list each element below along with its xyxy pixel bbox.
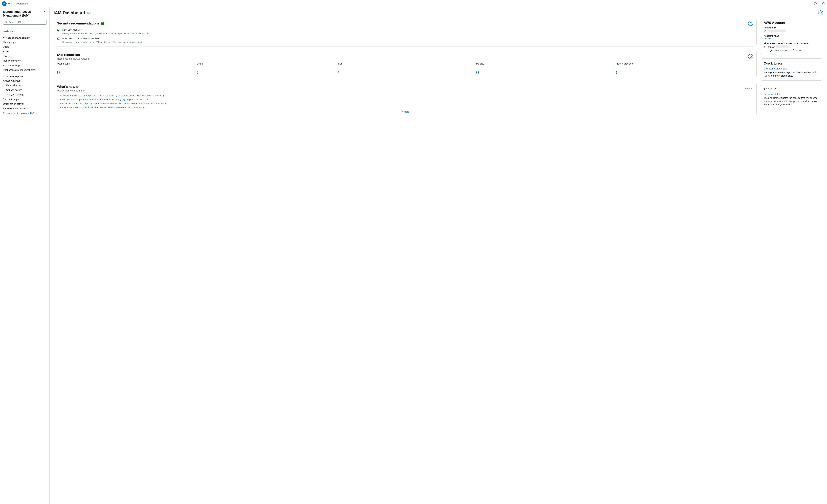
new-badge: New — [31, 69, 35, 71]
chevron-double-down-icon — [401, 111, 403, 113]
svg-line-13 — [774, 88, 775, 89]
new-badge: New — [30, 112, 34, 114]
copy-icon[interactable] — [764, 46, 766, 49]
search-icon — [5, 21, 7, 23]
refresh-page-button[interactable] — [818, 10, 823, 15]
nav-section-label: Access reports — [6, 75, 23, 78]
menu-icon — [3, 2, 6, 5]
nav-section-access-management[interactable]: Access management — [3, 36, 46, 40]
nav-users[interactable]: Users — [3, 45, 46, 49]
nav-resource-control-policies[interactable]: Resource control policies New — [3, 111, 46, 115]
resource-roles: Roles 2 — [334, 62, 474, 75]
card-title: What's new — [57, 85, 85, 89]
page-title: IAM Dashboard — [54, 10, 85, 15]
nav-service-control-policies[interactable]: Service control policies — [3, 106, 46, 111]
recommendation-description: Having multi-factor authentication (MFA)… — [62, 32, 149, 35]
breadcrumb: IAM › Dashboard — [8, 2, 28, 5]
nav-section-access-reports[interactable]: Access reports — [3, 74, 46, 79]
nav-policies[interactable]: Policies — [3, 54, 46, 58]
search-input[interactable] — [3, 20, 46, 24]
whats-new-ago: 3 months ago — [154, 102, 167, 105]
nav-identity-providers[interactable]: Identity providers — [3, 58, 46, 63]
main-content: IAM Dashboard Info Security recommendati… — [50, 7, 827, 504]
info-icon[interactable] — [814, 2, 817, 5]
account-alias-label: Account Alias — [764, 35, 820, 37]
iam-resources-card: IAM resources Resources in this AWS Acco… — [54, 50, 757, 79]
sidebar: Identity and Access Management (IAM) Das… — [0, 7, 50, 504]
svg-point-6 — [5, 21, 7, 23]
nav-access-analyzer[interactable]: Access Analyzer — [3, 79, 46, 83]
resource-label: Identity providers — [616, 62, 751, 68]
quick-links-description: Manage your access keys, multi-factor au… — [764, 71, 820, 78]
whats-new-link[interactable]: Amazon S3 Access Grants introduce the Li… — [60, 106, 131, 109]
card-subtitle: Resources in this AWS Account — [57, 57, 90, 60]
resource-label: Users — [197, 62, 332, 68]
nav-organization-activity[interactable]: Organization activity — [3, 102, 46, 106]
nav-root-access-management[interactable]: Root access management New — [3, 68, 46, 72]
more-link[interactable]: more — [57, 110, 753, 113]
refresh-icon — [819, 12, 822, 14]
resource-value[interactable]: 0 — [616, 70, 751, 75]
svg-rect-11 — [765, 31, 766, 32]
whats-new-ago: 1 month ago — [153, 94, 165, 97]
security-credentials-link[interactable]: My security credentials — [764, 67, 820, 70]
resource-user-groups: User groups 0 — [57, 62, 194, 75]
chevron-left-icon — [44, 11, 46, 13]
whats-new-link[interactable]: Streamline automation of policy manageme… — [60, 102, 153, 105]
view-all-link[interactable]: View all — [745, 87, 753, 90]
caret-down-icon — [3, 76, 5, 77]
recommendation-item: Root user has MFA Having multi-factor au… — [57, 29, 753, 35]
quick-links-card: Quick Links My security credentials Mana… — [760, 58, 823, 81]
resource-value[interactable]: 0 — [57, 70, 192, 75]
whats-new-ago: 4 months ago — [132, 106, 145, 109]
svg-rect-12 — [765, 47, 766, 48]
refresh-resources-button[interactable] — [748, 54, 753, 59]
whats-new-item: AWS IAM now supports PrivateLink in the … — [60, 98, 753, 101]
nav-user-groups[interactable]: User groups — [3, 40, 46, 45]
refresh-icon — [749, 22, 752, 24]
whats-new-item: Streamline automation of policy manageme… — [60, 102, 753, 105]
top-bar: IAM › Dashboard — [0, 0, 827, 7]
nav-unused-access[interactable]: Unused access — [3, 88, 46, 92]
svg-point-8 — [57, 29, 60, 32]
breadcrumb-current: Dashboard — [16, 2, 28, 5]
whats-new-ago: 2 months ago — [135, 98, 148, 101]
nav-item-label: Resource control policies — [3, 112, 29, 114]
search-wrapper — [3, 20, 46, 24]
copy-icon[interactable] — [764, 30, 766, 32]
sidebar-title: Identity and Access Management (IAM) — [3, 10, 43, 18]
nav-dashboard[interactable]: Dashboard — [3, 29, 46, 34]
divider — [3, 27, 46, 28]
check-circle-icon — [57, 37, 60, 41]
refresh-security-button[interactable] — [748, 21, 753, 26]
resource-value[interactable]: 0 — [476, 70, 611, 75]
policy-simulator-link[interactable]: Policy simulator — [764, 93, 820, 95]
resource-value[interactable]: 0 — [197, 70, 332, 75]
menu-button[interactable] — [2, 1, 7, 6]
nav-external-access[interactable]: External access — [3, 83, 46, 88]
shield-icon[interactable] — [822, 2, 825, 5]
create-alias-link[interactable]: Create — [764, 37, 820, 40]
aws-account-card: AWS Account Account ID Account Alias Cre… — [760, 18, 823, 55]
collapse-sidebar-button[interactable] — [43, 10, 46, 14]
whats-new-link[interactable]: Introducing resource control policies (R… — [60, 94, 152, 97]
tools-card: Tools Policy simulator The simulator eva… — [760, 84, 823, 109]
signin-url-prefix: https:// — [768, 46, 775, 48]
resource-users: Users 0 — [194, 62, 334, 75]
recommendation-item: Root user has no active access keys Usin… — [57, 37, 753, 43]
signin-url-redacted — [775, 46, 790, 48]
nav-credential-report[interactable]: Credential report — [3, 97, 46, 102]
breadcrumb-root[interactable]: IAM — [8, 2, 12, 5]
account-id-value-redacted — [768, 30, 786, 32]
resource-value[interactable]: 2 — [336, 70, 471, 75]
signin-url-value: https:// .signin.aws.amazon.com/console — [768, 46, 820, 52]
nav-analyzer-settings[interactable]: Analyzer settings — [3, 92, 46, 97]
page-header: IAM Dashboard Info — [54, 10, 823, 15]
caret-down-icon — [3, 37, 5, 38]
whats-new-link[interactable]: AWS IAM now supports PrivateLink in the … — [60, 98, 135, 101]
svg-line-7 — [6, 22, 7, 23]
nav-account-settings[interactable]: Account settings — [3, 63, 46, 68]
nav-roles[interactable]: Roles — [3, 49, 46, 54]
recommendation-title: Root user has no active access keys — [62, 37, 144, 40]
info-link[interactable]: Info — [87, 12, 91, 14]
